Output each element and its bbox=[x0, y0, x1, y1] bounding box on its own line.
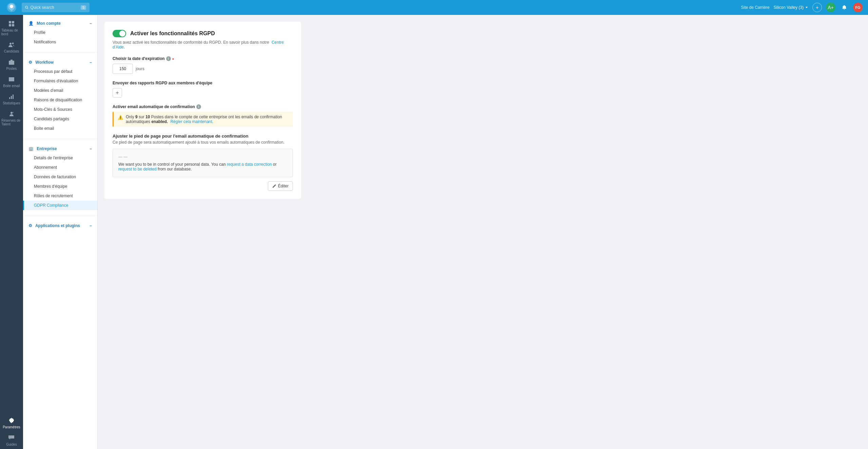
footer-adjust-section: Ajuster le pied de page pour l'email aut… bbox=[113, 134, 293, 191]
nav-item-profile[interactable]: Profile bbox=[23, 28, 97, 37]
auto-confirm-section: Activer email automatique de confirmatio… bbox=[113, 104, 293, 127]
add-button[interactable]: + bbox=[812, 3, 822, 12]
sidebar-item-statistiques[interactable]: Statistiques bbox=[0, 90, 23, 108]
nav-item-gdpr[interactable]: GDPR Compliance bbox=[23, 201, 97, 210]
add-member-button[interactable]: + bbox=[113, 88, 122, 98]
collapse-entreprise-icon: – bbox=[90, 146, 92, 151]
sidebar-item-guides[interactable]: Guides bbox=[0, 432, 23, 449]
top-nav: 5 Site de Carrière Silicon Valley (3) + … bbox=[0, 0, 868, 15]
svg-rect-7 bbox=[12, 24, 14, 26]
send-reports-label: Envoyer des rapports RGPD aux membres d'… bbox=[113, 81, 293, 85]
svg-rect-12 bbox=[9, 97, 10, 99]
sidebar-label-parametres: Paramètres bbox=[3, 425, 20, 429]
user-avatar-green[interactable]: A+ bbox=[826, 3, 835, 12]
nav-item-candidats-partages[interactable]: Candidats partagés bbox=[23, 114, 97, 124]
main-layout: Tableau de bord Candidats Postes Boite e… bbox=[0, 15, 868, 449]
edit-button[interactable]: Éditer bbox=[268, 181, 293, 191]
user-avatar[interactable]: FG bbox=[853, 3, 863, 12]
svg-rect-13 bbox=[11, 96, 12, 99]
warning-box: ⚠️ Only 9 sur 10 Postes dans le compte d… bbox=[113, 112, 293, 127]
divider-2 bbox=[23, 139, 97, 139]
sidebar-item-tableau-de-bord[interactable]: Tableau de bord bbox=[0, 18, 23, 39]
svg-point-1 bbox=[10, 5, 13, 8]
warning-text: Only 9 sur 10 Postes dans le compte de c… bbox=[126, 115, 289, 124]
section-entreprise: 🏢 Entreprise – Details de l'entreprise A… bbox=[23, 140, 97, 214]
logo[interactable] bbox=[5, 1, 18, 14]
section-header-applications-plugins[interactable]: ⚙ Applications et plugins – bbox=[23, 221, 97, 230]
sidebar-item-reserves-talent[interactable]: Réserves de Talent bbox=[0, 108, 23, 129]
svg-point-2 bbox=[25, 6, 27, 8]
svg-point-15 bbox=[11, 112, 13, 114]
svg-rect-5 bbox=[12, 21, 14, 23]
days-unit-label: jours bbox=[136, 66, 144, 71]
svg-rect-10 bbox=[9, 61, 14, 65]
nav-item-modeles-email[interactable]: Modèles d'email bbox=[23, 86, 97, 95]
sidebar-item-parametres[interactable]: Paramètres bbox=[0, 414, 23, 432]
svg-rect-4 bbox=[9, 21, 11, 23]
sidebar-label-boite-email: Boite email bbox=[3, 84, 20, 88]
gdpr-card: Activer les fonctionnalités RGPD Vous av… bbox=[104, 22, 301, 199]
send-reports-section: Envoyer des rapports RGPD aux membres d'… bbox=[113, 81, 293, 98]
settings-sidebar: 👤 Mon compte – Profile Notifications ⚙ W… bbox=[23, 15, 98, 449]
sidebar-label-candidats: Candidats bbox=[4, 49, 19, 53]
search-input[interactable] bbox=[31, 5, 79, 10]
nav-item-notifications[interactable]: Notifications bbox=[23, 37, 97, 47]
sidebar-label-guides: Guides bbox=[6, 443, 17, 446]
auto-confirm-label: Activer email automatique de confirmatio… bbox=[113, 104, 293, 109]
sidebar-item-postes[interactable]: Postes bbox=[0, 56, 23, 73]
footer-adjust-desc: Ce pied de page sera automatiquement ajo… bbox=[113, 140, 293, 145]
section-header-workflow[interactable]: ⚙ Workflow – bbox=[23, 58, 97, 67]
auto-confirm-info-icon[interactable]: i bbox=[196, 104, 201, 109]
regler-maintenant-link[interactable]: Régler cela maintenant. bbox=[170, 119, 213, 124]
days-input-row: jours bbox=[113, 64, 293, 74]
expiration-label: Choisir la date d'expiration i ● bbox=[113, 56, 293, 61]
collapse-workflow-icon: – bbox=[90, 60, 92, 65]
search-count-badge: 5 bbox=[81, 5, 86, 10]
nav-item-donnees-facturation[interactable]: Données de facturation bbox=[23, 172, 97, 182]
footer-dash-line: — — bbox=[118, 155, 287, 159]
toggle-thumb bbox=[119, 30, 125, 37]
divider-1 bbox=[23, 52, 97, 53]
user-icon: 👤 bbox=[28, 21, 34, 26]
sidebar-label-postes: Postes bbox=[6, 67, 17, 70]
sidebar-label-statistiques: Statistiques bbox=[3, 101, 20, 105]
search-bar[interactable]: 5 bbox=[22, 3, 90, 12]
nav-item-membres-equipe[interactable]: Membres d'équipe bbox=[23, 182, 97, 191]
expiration-days-input[interactable] bbox=[113, 64, 133, 74]
site-de-carriere-label: Site de Carrière bbox=[741, 5, 769, 10]
footer-adjust-title: Ajuster le pied de page pour l'email aut… bbox=[113, 134, 293, 139]
request-deleted-link[interactable]: request to be deleted bbox=[118, 167, 157, 171]
nav-item-abonnement[interactable]: Abonnement bbox=[23, 163, 97, 172]
collapse-plugins-icon: – bbox=[90, 223, 92, 228]
gdpr-header: Activer les fonctionnalités RGPD bbox=[113, 30, 293, 37]
gdpr-toggle[interactable] bbox=[113, 30, 126, 37]
nav-item-mots-cles[interactable]: Mots-Clés & Sources bbox=[23, 105, 97, 114]
section-mon-compte: 👤 Mon compte – Profile Notifications bbox=[23, 15, 97, 51]
nav-item-formulaires[interactable]: Formulaires d'évaluation bbox=[23, 76, 97, 86]
nav-item-roles-recrutement[interactable]: Rôles de recrutement bbox=[23, 191, 97, 201]
nav-item-raisons[interactable]: Raisons de disqualification bbox=[23, 95, 97, 105]
sidebar-item-candidats[interactable]: Candidats bbox=[0, 39, 23, 56]
section-applications-plugins: ⚙ Applications et plugins – bbox=[23, 217, 97, 234]
divider-3 bbox=[23, 216, 97, 216]
sidebar-item-boite-email[interactable]: Boite email bbox=[0, 73, 23, 90]
request-data-correction-link[interactable]: request a data correction bbox=[227, 162, 272, 167]
svg-point-16 bbox=[9, 437, 10, 437]
top-nav-right: Site de Carrière Silicon Valley (3) + A+… bbox=[741, 3, 863, 12]
svg-point-17 bbox=[11, 437, 12, 437]
gdpr-description: Vous avez activé les fonctionnalités de … bbox=[113, 40, 293, 49]
sidebar-label-reserves-talent: Réserves de Talent bbox=[1, 119, 22, 126]
sidebar-label-tableau-de-bord: Tableau de bord bbox=[1, 28, 22, 36]
section-header-mon-compte[interactable]: 👤 Mon compte – bbox=[23, 19, 97, 28]
content-area: Activer les fonctionnalités RGPD Vous av… bbox=[98, 15, 868, 449]
nav-item-details-entreprise[interactable]: Details de l'entreprise bbox=[23, 153, 97, 163]
expiration-info-icon[interactable]: i bbox=[166, 56, 171, 61]
section-workflow: ⚙ Workflow – Processus par défaut Formul… bbox=[23, 54, 97, 137]
notifications-bell-icon[interactable] bbox=[840, 3, 849, 12]
nav-item-processus[interactable]: Processus par défaut bbox=[23, 67, 97, 76]
gdpr-title: Activer les fonctionnalités RGPD bbox=[130, 30, 215, 37]
footer-preview-box: — — We want you to be in control of your… bbox=[113, 149, 293, 177]
nav-item-boite-email[interactable]: Boite email bbox=[23, 124, 97, 133]
silicon-valley-selector[interactable]: Silicon Valley (3) bbox=[774, 5, 808, 10]
section-header-entreprise[interactable]: 🏢 Entreprise – bbox=[23, 144, 97, 153]
